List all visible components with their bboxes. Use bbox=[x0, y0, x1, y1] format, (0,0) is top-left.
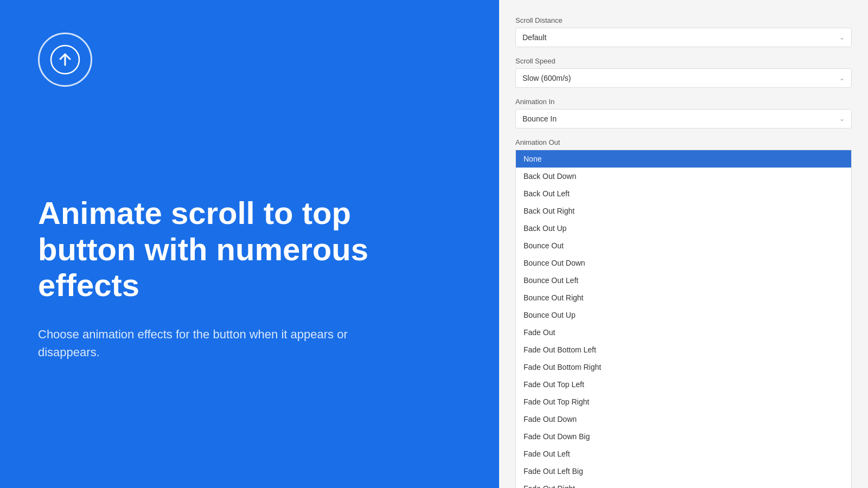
chevron-icon: ⌄ bbox=[839, 34, 845, 41]
chevron-icon: ⌄ bbox=[839, 74, 845, 82]
list-item[interactable]: Fade Out Down Big bbox=[516, 428, 851, 445]
list-item[interactable]: Fade Out Bottom Right bbox=[516, 358, 851, 376]
left-panel: Animate scroll to top button with numero… bbox=[0, 0, 499, 488]
scroll-speed-select[interactable]: Slow (600m/s) ⌄ bbox=[515, 68, 852, 88]
list-item[interactable]: None bbox=[516, 150, 851, 168]
scroll-speed-value[interactable]: Slow (600m/s) ⌄ bbox=[516, 69, 851, 87]
list-item[interactable]: Bounce Out Right bbox=[516, 289, 851, 306]
list-item[interactable]: Back Out Down bbox=[516, 168, 851, 185]
scroll-distance-label: Scroll Distance bbox=[515, 16, 852, 24]
animation-in-select[interactable]: Bounce In ⌄ bbox=[515, 109, 852, 129]
list-item[interactable]: Bounce Out Up bbox=[516, 306, 851, 324]
animation-in-value[interactable]: Bounce In ⌄ bbox=[516, 110, 851, 128]
scroll-distance-value[interactable]: Default ⌄ bbox=[516, 28, 851, 47]
animation-out-dropdown[interactable]: NoneBack Out DownBack Out LeftBack Out R… bbox=[515, 150, 852, 488]
logo-icon bbox=[50, 44, 80, 75]
list-item[interactable]: Fade Out Left bbox=[516, 445, 851, 463]
list-item[interactable]: Bounce Out Down bbox=[516, 254, 851, 272]
animation-out-section: Animation Out NoneBack Out DownBack Out … bbox=[515, 138, 852, 488]
list-item[interactable]: Back Out Left bbox=[516, 185, 851, 202]
animation-out-label: Animation Out bbox=[515, 138, 852, 146]
list-item[interactable]: Back Out Up bbox=[516, 220, 851, 237]
scroll-distance-select[interactable]: Default ⌄ bbox=[515, 28, 852, 47]
chevron-icon: ⌄ bbox=[839, 115, 845, 123]
sub-text: Choose animation effects for the button … bbox=[38, 325, 363, 361]
list-item[interactable]: Fade Out Left Big bbox=[516, 463, 851, 480]
right-panel: Scroll Distance Default ⌄ Scroll Speed S… bbox=[499, 0, 868, 488]
logo bbox=[38, 33, 92, 87]
scroll-distance-group: Scroll Distance Default ⌄ bbox=[515, 16, 852, 47]
animation-in-label: Animation In bbox=[515, 98, 852, 106]
scroll-speed-group: Scroll Speed Slow (600m/s) ⌄ bbox=[515, 57, 852, 88]
list-item[interactable]: Fade Out Top Right bbox=[516, 393, 851, 410]
list-item[interactable]: Fade Out bbox=[516, 324, 851, 341]
list-item[interactable]: Back Out Right bbox=[516, 202, 851, 220]
list-item[interactable]: Bounce Out bbox=[516, 237, 851, 254]
main-heading: Animate scroll to top button with numero… bbox=[38, 195, 407, 304]
list-item[interactable]: Fade Out Right bbox=[516, 480, 851, 488]
list-item[interactable]: Fade Out Down bbox=[516, 410, 851, 428]
list-item[interactable]: Fade Out Top Left bbox=[516, 376, 851, 393]
scroll-speed-label: Scroll Speed bbox=[515, 57, 852, 65]
list-item[interactable]: Bounce Out Left bbox=[516, 272, 851, 289]
animation-in-group: Animation In Bounce In ⌄ bbox=[515, 98, 852, 129]
list-item[interactable]: Fade Out Bottom Left bbox=[516, 341, 851, 358]
